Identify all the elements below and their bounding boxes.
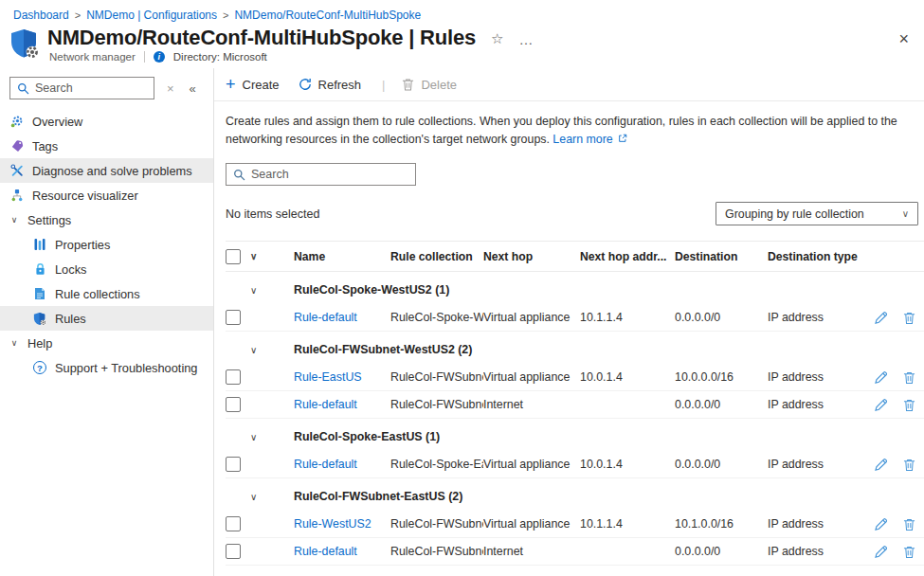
rule-group-label: RuleCol-Spoke-WestUS2 (1) xyxy=(294,283,924,297)
breadcrumb-separator: > xyxy=(75,9,81,21)
edit-icon[interactable] xyxy=(874,311,888,325)
rule-name-link[interactable]: Rule-EastUS xyxy=(294,370,362,384)
next-hop-cell: Virtual appliance xyxy=(483,311,580,324)
page-header: NMDemo/RouteConf-MultiHubSpoke | Rules ☆… xyxy=(0,23,924,68)
rule-collection-cell: RuleCol-FWSubnet xyxy=(390,398,483,411)
rule-row: Rule-EastUSRuleCol-FWSubnetVirtual appli… xyxy=(226,364,924,391)
edit-icon[interactable] xyxy=(874,545,888,559)
column-header-rule-collection[interactable]: Rule collection xyxy=(390,250,483,263)
rule-row: Rule-defaultRuleCol-Spoke-WeVirtual appl… xyxy=(226,304,924,332)
list-search-input[interactable] xyxy=(251,168,408,181)
breadcrumb-separator: > xyxy=(223,9,228,21)
trash-icon[interactable] xyxy=(903,311,915,325)
rule-collection-cell: RuleCol-FWSubnet xyxy=(390,370,483,384)
select-all-checkbox[interactable] xyxy=(226,249,241,264)
next-hop-address-cell: 10.0.1.4 xyxy=(580,370,675,384)
sidebar-item-rules[interactable]: Rules xyxy=(0,306,213,331)
column-header-destination[interactable]: Destination xyxy=(675,250,768,263)
next-hop-address-cell: 10.1.1.4 xyxy=(580,517,675,531)
favorite-star-icon[interactable]: ☆ xyxy=(491,30,503,47)
destination-cell: 10.1.0.0/16 xyxy=(675,517,768,531)
sidebar-item-help[interactable]: ∨Help xyxy=(0,331,213,355)
rule-name-link[interactable]: Rule-WestUS2 xyxy=(294,517,371,531)
learn-more-link[interactable]: Learn more xyxy=(553,133,612,146)
destination-type-cell: IP address xyxy=(768,311,866,324)
sidebar-item-label: Rules xyxy=(55,312,86,326)
table-header-row: ∨ Name Rule collection Next hop Next hop… xyxy=(226,241,924,272)
group-collapse-chevron-icon[interactable]: ∨ xyxy=(250,432,257,442)
trash-icon[interactable] xyxy=(903,398,915,412)
breadcrumb-link-dashboard[interactable]: Dashboard xyxy=(13,9,69,22)
rule-collection-cell: RuleCol-Spoke-Eas xyxy=(390,458,483,471)
trash-icon[interactable] xyxy=(903,370,915,385)
row-checkbox[interactable] xyxy=(226,369,241,385)
clear-search-icon[interactable]: × xyxy=(167,81,174,96)
edit-icon[interactable] xyxy=(874,458,888,472)
sidebar-item-locks[interactable]: Locks xyxy=(0,257,213,281)
search-icon xyxy=(233,169,245,181)
sidebar-item-label: Tags xyxy=(32,139,58,153)
resource-type-label: Network manager xyxy=(49,51,136,63)
destination-cell: 0.0.0.0/0 xyxy=(675,398,768,411)
column-header-destination-type[interactable]: Destination type xyxy=(768,250,866,263)
sidebar-search-input[interactable] xyxy=(35,81,147,95)
sidebar-item-tags[interactable]: Tags xyxy=(0,134,213,158)
rule-group-row: ∨RuleCol-FWSubnet-WestUS2 (2) xyxy=(226,335,924,364)
trash-icon[interactable] xyxy=(903,458,915,472)
breadcrumb-link-configurations[interactable]: NMDemo | Configurations xyxy=(86,9,217,22)
row-checkbox[interactable] xyxy=(226,310,241,325)
group-collapse-chevron-icon[interactable]: ∨ xyxy=(250,492,257,502)
column-header-name[interactable]: Name xyxy=(294,250,390,263)
trash-icon[interactable] xyxy=(903,517,915,531)
sidebar-item-support-troubleshooting[interactable]: ?Support + Troubleshooting xyxy=(0,355,213,380)
edit-icon[interactable] xyxy=(874,370,888,385)
external-link-icon xyxy=(618,133,627,146)
delete-button[interactable]: Delete xyxy=(402,78,457,92)
rule-name-link[interactable]: Rule-default xyxy=(294,311,357,324)
search-icon xyxy=(17,82,29,95)
rule-name-link[interactable]: Rule-default xyxy=(294,458,357,471)
sidebar-item-diagnose-and-solve-problems[interactable]: Diagnose and solve problems xyxy=(0,158,213,183)
close-icon[interactable]: × xyxy=(898,30,909,47)
create-button[interactable]: + Create xyxy=(226,76,280,93)
sidebar-item-rule-collections[interactable]: Rule collections xyxy=(0,281,213,306)
sidebar-item-label: Locks xyxy=(55,262,86,277)
group-collapse-chevron-icon[interactable]: ∨ xyxy=(250,285,257,296)
rule-collection-cell: RuleCol-Spoke-We xyxy=(390,311,483,324)
sidebar-search-box xyxy=(9,77,154,99)
column-header-next-hop-address[interactable]: Next hop addr... xyxy=(580,250,675,263)
rule-group-row: ∨RuleCol-Spoke-EastUS (1) xyxy=(226,423,924,451)
collapse-sidebar-icon[interactable]: « xyxy=(190,81,196,96)
rule-group-row: ∨RuleCol-Spoke-WestUS2 (1) xyxy=(226,276,924,304)
row-checkbox[interactable] xyxy=(226,516,241,531)
edit-icon[interactable] xyxy=(874,517,888,531)
row-checkbox[interactable] xyxy=(226,544,241,559)
sidebar-item-overview[interactable]: Overview xyxy=(0,109,213,134)
expand-all-chevron-icon[interactable]: ∨ xyxy=(250,251,257,261)
grouping-dropdown[interactable]: Grouping by rule collection ∨ xyxy=(716,202,918,225)
sidebar-item-settings[interactable]: ∨Settings xyxy=(0,207,213,232)
sidebar-item-properties[interactable]: Properties xyxy=(0,232,213,257)
rule-group-row: ∨RuleCol-FWSubnet-EastUS (2) xyxy=(226,482,924,511)
row-checkbox[interactable] xyxy=(226,397,241,412)
rule-group-label: RuleCol-FWSubnet-WestUS2 (2) xyxy=(294,343,924,356)
more-options-icon[interactable]: … xyxy=(518,31,534,47)
sidebar-item-label: Resource visualizer xyxy=(32,189,138,203)
row-checkbox[interactable] xyxy=(226,457,241,472)
sidebar-item-resource-visualizer[interactable]: Resource visualizer xyxy=(0,183,213,207)
group-collapse-chevron-icon[interactable]: ∨ xyxy=(250,345,257,355)
refresh-button[interactable]: Refresh xyxy=(299,78,362,92)
breadcrumb-link-current[interactable]: NMDemo/RouteConf-MultiHubSpoke xyxy=(234,9,421,22)
rule-name-link[interactable]: Rule-default xyxy=(294,545,357,558)
column-header-next-hop[interactable]: Next hop xyxy=(483,250,580,263)
sidebar-nav: OverviewTagsDiagnose and solve problemsR… xyxy=(0,109,213,380)
destination-cell: 0.0.0.0/0 xyxy=(675,545,768,558)
selection-status: No items selected xyxy=(226,207,319,221)
rule-name-link[interactable]: Rule-default xyxy=(294,398,357,411)
next-hop-cell: Virtual appliance xyxy=(483,517,580,531)
trash-icon xyxy=(402,78,414,91)
info-icon: i xyxy=(154,51,165,63)
edit-icon[interactable] xyxy=(874,398,888,412)
trash-icon[interactable] xyxy=(903,545,915,559)
plus-icon: + xyxy=(226,76,236,93)
